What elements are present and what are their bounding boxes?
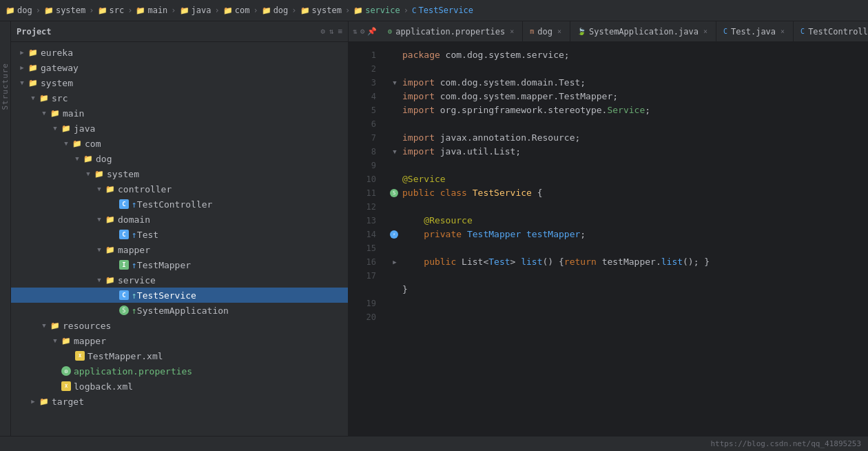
- tab-test-java[interactable]: C Test.java ×: [716, 21, 794, 42]
- sidebar-item-logback-xml[interactable]: X logback.xml: [11, 379, 348, 394]
- breadcrumb-java[interactable]: 📁 java: [180, 6, 211, 15]
- folder-icon: 📁: [39, 396, 50, 407]
- sidebar-item-controller[interactable]: 📁 controller: [11, 181, 348, 197]
- sidebar-item-system-inner[interactable]: 📁 system: [11, 166, 348, 181]
- breadcrumb-dog2[interactable]: 📁 dog: [262, 6, 289, 15]
- xml-icon: X: [74, 350, 85, 361]
- tab-close-props[interactable]: ×: [508, 27, 515, 36]
- tab-application-properties[interactable]: ⚙ application.properties ×: [381, 21, 523, 42]
- code-line-14: ⚡ private TestMapper testMapper ;: [390, 228, 868, 241]
- spring-tab-icon: 🍃: [577, 28, 586, 35]
- fold-icon-16[interactable]: ▶: [390, 257, 400, 267]
- sidebar-item-mapper[interactable]: 📁 mapper: [11, 242, 348, 257]
- folder-icon: 📁: [50, 108, 61, 119]
- folder-icon: 📁: [6, 6, 15, 15]
- sidebar-item-service[interactable]: 📁 service: [11, 272, 348, 288]
- footer-bar: https://blog.csdn.net/qq_41895253: [0, 436, 868, 451]
- code-editor: 1 2 3 4 5 6 7 8 9 10 11 12 13 14 15 16 1…: [349, 43, 868, 436]
- tree-arrow-system-inner: [83, 168, 94, 179]
- tree-arrow-service: [94, 274, 105, 285]
- pin-icon[interactable]: 📌: [367, 27, 377, 36]
- structure-label[interactable]: Structure: [1, 63, 10, 110]
- sidebar-item-target[interactable]: 📁 target: [11, 394, 348, 409]
- tab-systemapplication[interactable]: 🍃 SystemApplication.java ×: [570, 21, 716, 42]
- sidebar-item-test[interactable]: C ↑ Test: [11, 227, 348, 242]
- tree-arrow-src: [28, 92, 39, 103]
- sidebar-item-eureka[interactable]: 📁 eureka: [11, 45, 348, 60]
- folder-icon: 📁: [223, 6, 233, 15]
- footer-url: https://blog.csdn.net/qq_41895253: [710, 439, 861, 448]
- sidebar-item-systemapplication[interactable]: S ↑ SystemApplication: [11, 303, 348, 318]
- tab-testcontroller[interactable]: C TestController.ja... ×: [794, 21, 868, 42]
- tree-arrow-main: [39, 108, 50, 119]
- tree-arrow-resources: [39, 320, 50, 331]
- folder-icon: 📁: [353, 6, 363, 15]
- sidebar: Project ⚙ ⇅ ≡ 📁 eureka 📁 gateway: [11, 21, 349, 436]
- tree-arrow-system: [17, 77, 28, 88]
- m-tab-icon: m: [530, 28, 534, 35]
- sidebar-item-application-properties[interactable]: ⚙ application.properties: [11, 363, 348, 379]
- code-line-12: [390, 200, 868, 214]
- breadcrumb-main[interactable]: 📁 main: [136, 6, 167, 15]
- fold-icon-8[interactable]: ▼: [390, 147, 400, 157]
- interface-icon: I: [118, 259, 130, 270]
- breadcrumb-system[interactable]: 📁 system: [44, 6, 85, 15]
- breadcrumb-dog[interactable]: 📁 dog: [6, 6, 32, 15]
- folder-icon: 📁: [28, 47, 39, 58]
- sidebar-item-com[interactable]: 📁 com: [11, 136, 348, 151]
- sidebar-item-testservice[interactable]: C ↑ TestService: [11, 288, 348, 303]
- tab-close-dog[interactable]: ×: [556, 27, 563, 36]
- tab-close-system[interactable]: ×: [702, 27, 709, 36]
- code-line-20: [390, 297, 868, 310]
- code-line-6: [390, 117, 868, 131]
- settings-icon[interactable]: ≡: [338, 27, 342, 36]
- fold-icon-3[interactable]: ▼: [390, 78, 400, 88]
- props-tab-icon: ⚙: [388, 28, 392, 35]
- code-line-15: [390, 241, 868, 255]
- breadcrumb-testservice[interactable]: C TestService: [412, 6, 473, 15]
- sidebar-item-testmapper-xml[interactable]: X TestMapper.xml: [11, 348, 348, 363]
- code-line-16: ▶ public List< Test > list () { return t…: [390, 255, 868, 269]
- folder-icon: 📁: [98, 6, 107, 15]
- class-icon: C: [118, 290, 130, 301]
- folder-icon: 📁: [105, 244, 116, 255]
- structure-panel: Structure: [0, 21, 11, 436]
- tree-arrow-target: [28, 396, 39, 407]
- expand-icon[interactable]: ⇅: [329, 27, 334, 36]
- sidebar-item-java[interactable]: 📁 java: [11, 121, 348, 136]
- breadcrumb-system2[interactable]: 📁 system: [300, 6, 342, 15]
- sidebar-item-system[interactable]: 📁 system: [11, 75, 348, 90]
- sidebar-item-domain[interactable]: 📁 domain: [11, 212, 348, 227]
- breadcrumb-service[interactable]: 📁 service: [353, 6, 400, 15]
- sidebar-item-src[interactable]: 📁 src: [11, 90, 348, 106]
- code-content[interactable]: package com.dog.system.service; ▼ import…: [382, 43, 868, 436]
- tab-dog[interactable]: m dog ×: [523, 21, 570, 42]
- folder-icon: 📁: [50, 320, 61, 331]
- sidebar-item-gateway[interactable]: 📁 gateway: [11, 60, 348, 75]
- class-tab-icon: C: [800, 28, 805, 35]
- sidebar-item-testcontroller[interactable]: C ↑ TestController: [11, 197, 348, 212]
- sidebar-item-testmapper[interactable]: I ↑ TestMapper: [11, 257, 348, 272]
- sidebar-item-resources[interactable]: 📁 resources: [11, 318, 348, 333]
- sidebar-toolbar: ⚙ ⇅ ≡: [320, 27, 342, 36]
- class-tab-icon: C: [723, 28, 727, 35]
- xml-icon: X: [61, 381, 72, 392]
- tree-arrow-mapper-resources: [50, 335, 61, 346]
- gear-icon[interactable]: ⚙: [320, 27, 325, 36]
- folder-icon: 📁: [28, 77, 39, 88]
- settings-icon[interactable]: ⚙: [360, 27, 365, 36]
- breadcrumb-src[interactable]: 📁 src: [98, 6, 125, 15]
- folder-icon: 📁: [180, 6, 189, 15]
- sidebar-item-main[interactable]: 📁 main: [11, 106, 348, 121]
- folder-icon: 📁: [39, 92, 50, 103]
- split-icon[interactable]: ⇅: [353, 27, 358, 36]
- folder-icon: 📁: [105, 274, 116, 285]
- code-line-11: S public class TestService {: [390, 186, 868, 200]
- code-line-10: @Service: [390, 172, 868, 186]
- sidebar-item-dog[interactable]: 📁 dog: [11, 151, 348, 166]
- sidebar-item-mapper-resources[interactable]: 📁 mapper: [11, 333, 348, 348]
- breadcrumb-com[interactable]: 📁 com: [223, 6, 250, 15]
- tab-close-test[interactable]: ×: [779, 27, 786, 36]
- springboot-gutter-icon: S: [390, 188, 400, 198]
- folder-icon: 📁: [94, 168, 105, 179]
